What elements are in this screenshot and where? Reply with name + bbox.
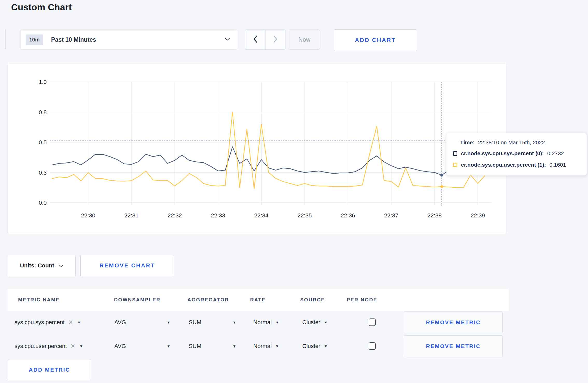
x-tick-label: 22:36 [341, 212, 355, 219]
chart-hover-tooltip: Time: 22:38:10 on Mar 15th, 2022 cr.node… [446, 133, 587, 175]
time-range-dropdown[interactable]: 10m Past 10 Minutes [20, 30, 237, 50]
metric-name-value: sys.cpu.user.percent [15, 343, 67, 350]
hover-dot [440, 185, 443, 188]
aggregator-value: SUM [189, 319, 201, 326]
series-user-swatch-icon [453, 163, 457, 167]
metric-name-select[interactable]: sys.cpu.user.percent ✕ ▼ [15, 335, 83, 357]
source-select[interactable]: Cluster ▼ [302, 311, 328, 333]
y-tick-label: 1.0 [39, 79, 47, 85]
x-tick-label: 22:33 [211, 212, 225, 219]
header-source: SOURCE [300, 289, 325, 311]
clear-metric-icon[interactable]: ✕ [71, 343, 75, 350]
caret-down-icon: ▼ [275, 344, 279, 348]
series-line [52, 112, 485, 189]
x-tick-label: 22:31 [124, 212, 138, 219]
page-title: Custom Chart [11, 2, 72, 12]
x-tick-label: 22:39 [471, 212, 485, 219]
chevron-down-icon [59, 262, 64, 269]
source-value: Cluster [302, 319, 320, 326]
source-value: Cluster [302, 343, 320, 350]
metric-name-value: sys.cpu.sys.percent [15, 319, 65, 326]
caret-down-icon: ▼ [275, 321, 279, 324]
y-tick-label: 0.3 [39, 169, 47, 176]
tooltip-time-value: 22:38:10 on Mar 15th, 2022 [478, 139, 545, 146]
tooltip-series-value: 0.1601 [549, 162, 566, 168]
downsampler-value: AVG [114, 343, 126, 350]
chevron-right-icon [272, 35, 278, 44]
x-tick-label: 22:34 [254, 212, 268, 219]
tooltip-series-row: cr.node.sys.cpu.sys.percent (0): 0.2732 [453, 148, 580, 159]
header-aggregator: AGGREGATOR [187, 289, 229, 311]
time-range-label: Past 10 Minutes [51, 36, 96, 43]
x-tick-label: 22:35 [297, 212, 312, 219]
caret-down-icon: ▼ [167, 344, 170, 348]
tooltip-time-row: Time: 22:38:10 on Mar 15th, 2022 [460, 137, 580, 148]
chevron-down-icon [225, 37, 230, 42]
series-sys-swatch-icon [453, 151, 457, 156]
units-label: Units: Count [20, 262, 54, 269]
tooltip-series-name: cr.node.sys.cpu.user.percent (1): [461, 162, 546, 168]
remove-chart-button[interactable]: REMOVE CHART [80, 255, 174, 276]
caret-down-icon: ▼ [79, 344, 83, 348]
header-per-node: PER NODE [347, 289, 377, 311]
chevron-left-icon [253, 35, 258, 44]
header-metric-name: METRIC NAME [18, 289, 60, 311]
rate-value: Normal [253, 343, 272, 350]
caret-down-icon: ▼ [167, 321, 170, 324]
x-tick-label: 22:32 [167, 212, 182, 219]
now-button[interactable]: Now [289, 30, 320, 50]
rate-select[interactable]: Normal ▼ [253, 335, 279, 357]
chart-card: 0.00.30.50.81.022:3022:3122:3222:3322:34… [8, 64, 507, 234]
units-dropdown[interactable]: Units: Count [8, 255, 76, 276]
metrics-table-header-cells: METRIC NAME DOWNSAMPLER AGGREGATOR RATE … [0, 289, 588, 311]
add-metric-button[interactable]: ADD METRIC [8, 359, 91, 380]
hover-dot [440, 174, 443, 176]
remove-metric-button[interactable]: REMOVE METRIC [404, 311, 503, 333]
downsampler-select[interactable]: AVG ▼ [114, 311, 170, 333]
caret-down-icon: ▼ [233, 321, 236, 324]
y-tick-label: 0.8 [39, 109, 47, 116]
next-time-button[interactable] [265, 30, 285, 49]
downsampler-select[interactable]: AVG ▼ [114, 335, 170, 357]
rate-select[interactable]: Normal ▼ [253, 311, 279, 333]
caret-down-icon: ▼ [324, 344, 328, 348]
metric-row: sys.cpu.sys.percent ✕ ▼ AVG ▼ SUM ▼ Norm… [0, 311, 588, 333]
metric-name-select[interactable]: sys.cpu.sys.percent ✕ ▼ [15, 311, 81, 333]
caret-down-icon: ▼ [233, 344, 236, 348]
y-tick-label: 0.5 [39, 139, 47, 146]
per-node-checkbox[interactable] [369, 318, 376, 326]
source-select[interactable]: Cluster ▼ [302, 335, 328, 357]
tooltip-series-value: 0.2732 [547, 150, 564, 157]
header-downsampler: DOWNSAMPLER [114, 289, 160, 311]
aggregator-value: SUM [189, 343, 201, 350]
chart-svg[interactable]: 0.00.30.50.81.022:3022:3122:3222:3322:34… [8, 64, 507, 235]
toolbar-divider [5, 29, 6, 49]
header-rate: RATE [250, 289, 266, 311]
aggregator-select[interactable]: SUM ▼ [189, 311, 236, 333]
remove-metric-button[interactable]: REMOVE METRIC [404, 335, 503, 357]
time-window-nav [245, 30, 285, 50]
x-tick-label: 22:38 [427, 212, 442, 219]
y-tick-label: 0.0 [39, 200, 47, 206]
time-range-badge: 10m [26, 34, 43, 45]
caret-down-icon: ▼ [77, 321, 81, 324]
metric-row: sys.cpu.user.percent ✕ ▼ AVG ▼ SUM ▼ Nor… [0, 335, 588, 357]
tooltip-series-name: cr.node.sys.cpu.sys.percent (0): [461, 150, 544, 157]
caret-down-icon: ▼ [324, 321, 328, 324]
aggregator-select[interactable]: SUM ▼ [189, 335, 236, 357]
x-tick-label: 22:37 [384, 212, 398, 219]
tooltip-series-row: cr.node.sys.cpu.user.percent (1): 0.1601 [453, 159, 580, 171]
downsampler-value: AVG [114, 319, 126, 326]
tooltip-time-label: Time: [460, 139, 475, 146]
rate-value: Normal [253, 319, 272, 326]
add-chart-button[interactable]: ADD CHART [334, 29, 417, 51]
prev-time-button[interactable] [245, 30, 265, 49]
clear-metric-icon[interactable]: ✕ [68, 319, 73, 326]
per-node-checkbox[interactable] [369, 342, 376, 350]
x-tick-label: 22:30 [81, 212, 95, 219]
